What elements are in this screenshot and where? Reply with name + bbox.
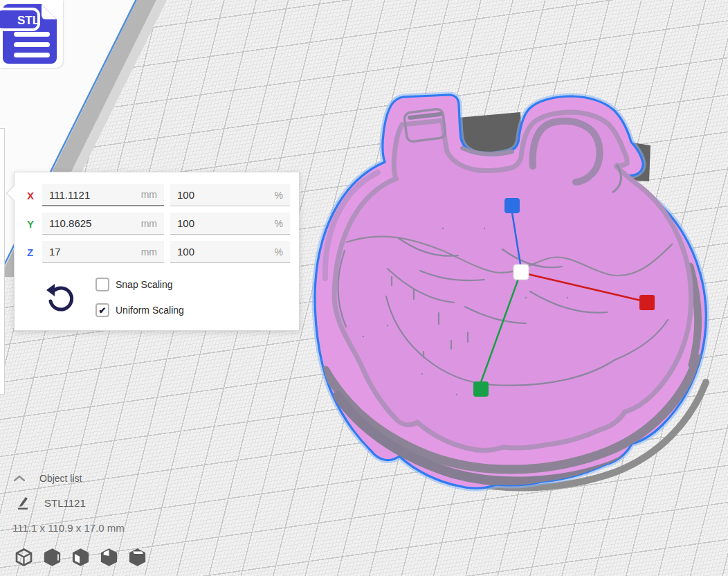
- view-front-button[interactable]: [44, 548, 61, 566]
- z-size-field: mm: [42, 241, 164, 263]
- view-preset-toolbar: [15, 548, 146, 566]
- scale-row-y: Y mm %: [27, 213, 290, 235]
- snap-scaling-label: Snap Scaling: [116, 279, 173, 290]
- y-percent-input[interactable]: [177, 217, 275, 229]
- x-size-input[interactable]: [49, 189, 141, 201]
- uniform-scaling-label: Uniform Scaling: [116, 305, 184, 316]
- cube-3d-icon: [15, 548, 33, 566]
- view-right-button[interactable]: [129, 548, 146, 566]
- uniform-scaling-row: ✔ Uniform Scaling: [95, 303, 184, 317]
- y-percent-field: %: [170, 213, 290, 235]
- stl-file-watermark: STL: [0, 0, 63, 68]
- object-list-item[interactable]: STL1121: [17, 496, 86, 510]
- x-percent-input[interactable]: [177, 189, 275, 201]
- view-top-button[interactable]: [72, 548, 89, 566]
- stl-document-icon: STL: [0, 0, 63, 68]
- z-axis-label: Z: [27, 246, 42, 258]
- y-size-input[interactable]: [49, 217, 141, 229]
- x-percent-field: %: [170, 184, 290, 206]
- y-size-field: mm: [42, 213, 164, 235]
- pencil-icon: [17, 496, 29, 510]
- cube-right-icon: [129, 548, 146, 566]
- scale-handle-x[interactable]: [639, 295, 655, 310]
- uniform-scaling-checkbox[interactable]: ✔: [95, 303, 109, 317]
- z-percent-unit: %: [275, 246, 283, 258]
- cube-top-icon: [72, 548, 89, 566]
- object-list-title: Object list: [39, 473, 82, 484]
- snap-scaling-row: Snap Scaling: [95, 278, 173, 291]
- snap-scaling-checkbox[interactable]: [95, 278, 109, 291]
- slicer-viewport: { "watermark": { "label": "STL" }, "scal…: [0, 0, 728, 576]
- reset-scale-button[interactable]: [45, 283, 75, 315]
- chevron-up-icon: [14, 475, 25, 482]
- selection-dimensions: 111.1 x 110.9 x 17.0 mm: [12, 522, 125, 534]
- y-size-unit: mm: [141, 218, 157, 229]
- object-list-header[interactable]: Object list: [14, 473, 82, 484]
- scale-tool-panel: X mm % Y mm %: [14, 172, 300, 331]
- y-percent-unit: %: [275, 218, 283, 229]
- z-size-input[interactable]: [49, 246, 141, 258]
- reset-arrow-icon: [45, 283, 75, 315]
- y-axis-label: Y: [27, 218, 42, 230]
- view-3d-button[interactable]: [15, 548, 33, 566]
- x-percent-unit: %: [275, 190, 283, 201]
- x-axis-label: X: [27, 190, 42, 201]
- object-name: STL1121: [44, 497, 86, 509]
- cube-front-icon: [44, 548, 61, 566]
- cube-left-icon: [100, 548, 118, 566]
- scale-row-x: X mm %: [27, 184, 290, 206]
- view-left-button[interactable]: [100, 548, 118, 566]
- x-size-unit: mm: [141, 189, 157, 200]
- z-percent-field: %: [170, 241, 290, 263]
- z-size-unit: mm: [141, 246, 157, 258]
- stl-badge-label: STL: [17, 14, 39, 27]
- scale-handle-z[interactable]: [504, 198, 520, 213]
- scale-handle-y[interactable]: [473, 381, 489, 397]
- z-percent-input[interactable]: [177, 246, 275, 258]
- x-size-field: mm: [42, 184, 164, 206]
- scale-handle-center[interactable]: [513, 264, 529, 280]
- tool-sidebar-edge: [0, 128, 5, 395]
- scale-row-z: Z mm %: [27, 241, 290, 263]
